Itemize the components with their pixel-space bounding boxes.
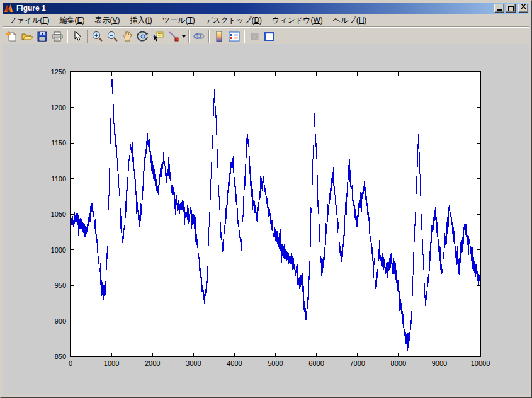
rotate-3d-icon <box>137 31 149 42</box>
menu-item-f[interactable]: ファイル(F) <box>4 14 54 27</box>
matlab-logo-icon <box>4 3 14 13</box>
y-axis-tick-label: 950 <box>28 281 66 290</box>
toolbar-separator <box>87 30 88 43</box>
brush-icon <box>168 31 179 42</box>
open-file-button[interactable] <box>20 29 35 43</box>
maximize-button[interactable] <box>506 4 516 13</box>
x-axis-tick-label: 5000 <box>257 360 295 368</box>
zoom-out-icon <box>107 31 118 42</box>
x-axis-tick-label: 3000 <box>174 360 212 368</box>
x-axis-tick-label: 2000 <box>133 360 171 368</box>
y-axis-tick-label: 900 <box>28 317 66 326</box>
hide-plot-tools-icon <box>250 32 259 41</box>
data-cursor-icon <box>152 31 164 42</box>
menu-item-t[interactable]: ツール(T) <box>157 14 200 27</box>
signal-line <box>71 79 480 351</box>
menu-item-h[interactable]: ヘルプ(H) <box>328 14 372 27</box>
y-axis-tick-label: 1150 <box>28 139 66 147</box>
new-figure-button[interactable] <box>4 29 20 43</box>
printer-icon <box>52 31 63 42</box>
title-bar[interactable]: Figure 1 <box>3 3 529 14</box>
print-figure-button[interactable] <box>50 29 65 43</box>
show-plot-tools-button[interactable] <box>262 29 277 43</box>
x-axis-tick-label: 1000 <box>93 360 130 368</box>
axis-ticks <box>71 72 480 356</box>
open-folder-icon <box>21 31 33 42</box>
figure-window: Figure 1 ファイル(F)編集(E)表示(V)挿入(I)ツール(T)デスク… <box>0 0 532 398</box>
rotate-3d-button[interactable] <box>135 29 150 43</box>
toolbar-separator <box>244 30 245 43</box>
toolbar-separator <box>67 30 68 43</box>
pan-button[interactable] <box>120 29 135 43</box>
edit-plot-button[interactable] <box>70 29 85 43</box>
hide-plot-tools-button <box>247 29 262 43</box>
x-axis-tick-label: 10000 <box>461 360 499 368</box>
insert-legend-button[interactable] <box>227 29 242 43</box>
save-floppy-icon <box>37 31 47 42</box>
zoom-in-icon <box>92 31 103 42</box>
y-axis-tick-label: 850 <box>28 353 66 361</box>
arrow-cursor-icon <box>73 31 82 42</box>
show-plot-tools-icon <box>264 31 275 42</box>
x-axis-tick-label: 7000 <box>339 360 376 368</box>
menu-bar: ファイル(F)編集(E)表示(V)挿入(I)ツール(T)デスクトップ(D)ウィン… <box>3 14 529 26</box>
y-axis-tick-label: 1250 <box>28 68 66 76</box>
new-document-icon <box>6 31 18 42</box>
menu-item-v[interactable]: 表示(V) <box>89 14 125 27</box>
x-axis-tick-label: 8000 <box>380 360 417 368</box>
zoom-out-button[interactable] <box>105 29 120 43</box>
zoom-in-button[interactable] <box>90 29 105 43</box>
hand-icon <box>123 31 133 42</box>
maximize-icon <box>508 6 514 11</box>
window-title: Figure 1 <box>16 4 493 13</box>
minimize-icon <box>497 9 502 11</box>
save-figure-button[interactable] <box>35 29 50 43</box>
colorbar-icon <box>215 31 223 42</box>
menu-item-e[interactable]: 編集(E) <box>54 14 89 27</box>
plot-area[interactable] <box>70 71 481 357</box>
brush-dropdown-arrow[interactable] <box>181 29 186 43</box>
y-axis-tick-label: 1000 <box>28 246 66 254</box>
y-axis-tick-label: 1100 <box>28 175 66 183</box>
minimize-button[interactable] <box>494 4 504 13</box>
chain-link-icon <box>193 31 205 41</box>
line-chart <box>71 72 480 356</box>
legend-icon <box>229 31 240 42</box>
link-plot-button[interactable] <box>191 29 207 43</box>
close-button[interactable] <box>518 4 528 13</box>
menu-item-d[interactable]: デスクトップ(D) <box>200 14 267 27</box>
close-icon <box>521 0 526 11</box>
y-axis-tick-label: 1200 <box>28 104 66 112</box>
figure-canvas: 0100020003000400050006000700080009000100… <box>3 44 529 395</box>
brush-data-button[interactable] <box>166 29 181 43</box>
toolbar <box>3 26 529 44</box>
toolbar-separator <box>188 30 190 43</box>
x-axis-tick-label: 9000 <box>421 360 458 368</box>
x-axis-tick-label: 6000 <box>298 360 336 368</box>
insert-colorbar-button[interactable] <box>212 29 227 43</box>
menu-item-w[interactable]: ウィンドウ(W) <box>267 14 328 27</box>
y-axis-tick-label: 1050 <box>28 210 66 219</box>
toolbar-separator <box>208 30 210 43</box>
x-axis-tick-label: 4000 <box>215 360 253 368</box>
data-cursor-button[interactable] <box>150 29 166 43</box>
menu-item-i[interactable]: 挿入(I) <box>125 14 157 27</box>
chevron-down-icon <box>182 35 186 38</box>
